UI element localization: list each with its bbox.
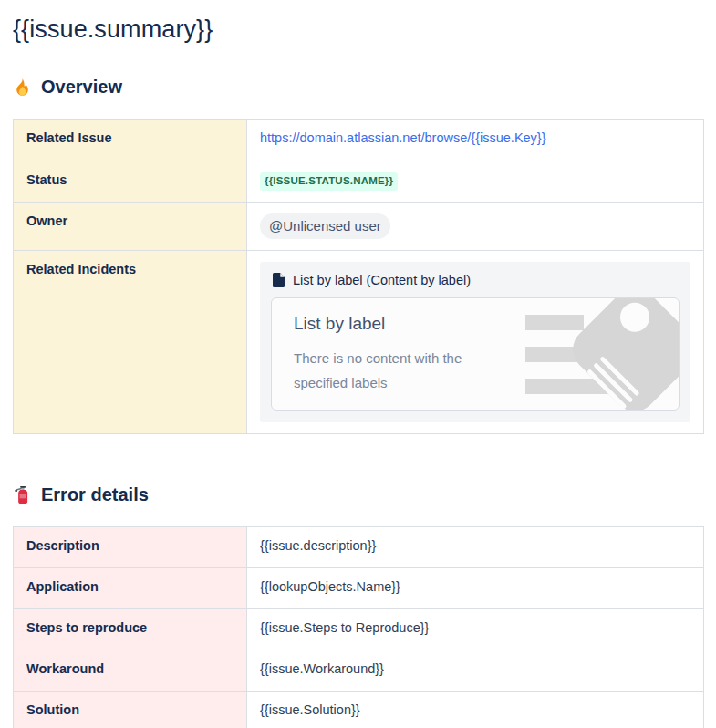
overview-heading: Overview [13,76,704,98]
overview-table: Related Issue https://domain.atlassian.n… [13,119,704,434]
table-row-solution: Solution {{issue.Solution}} [14,692,704,728]
table-row-status: Status {{ISSUE.STATUS.NAME}} [14,161,704,203]
status-badge: {{ISSUE.STATUS.NAME}} [260,172,398,191]
workaround-value: {{issue.Workaround}} [247,650,704,692]
application-label: Application [14,568,247,609]
macro-header-label: List by label (Content by label) [293,273,471,287]
document-icon [273,273,285,287]
fire-icon [13,78,32,97]
table-row-application: Application {{lookupObjects.Name}} [14,568,704,609]
table-row-related-issue: Related Issue https://domain.atlassian.n… [14,120,704,161]
solution-value: {{issue.Solution}} [247,692,704,728]
preview-card-title: List by label [294,314,657,334]
related-incidents-label: Related Incidents [14,251,247,434]
status-label: Status [14,161,247,203]
workaround-label: Workaround [14,650,247,692]
error-details-table: Description {{issue.description}} Applic… [13,526,704,728]
description-value: {{issue.description}} [247,527,704,568]
fire-extinguisher-icon [13,485,32,504]
steps-to-reproduce-value: {{issue.Steps to Reproduce}} [247,609,704,650]
table-row-steps-to-reproduce: Steps to reproduce {{issue.Steps to Repr… [14,609,704,650]
preview-card-message: There is no content with the specified l… [294,346,499,395]
owner-value-cell: @Unlicensed user [247,203,704,251]
error-details-heading: Error details [13,484,704,505]
related-incidents-value-cell: List by label (Content by label) List by… [247,251,704,434]
error-details-heading-label: Error details [41,484,149,505]
related-issue-label: Related Issue [14,120,247,161]
status-value-cell: {{ISSUE.STATUS.NAME}} [247,161,704,203]
owner-label: Owner [14,203,247,251]
table-row-description: Description {{issue.description}} [14,527,704,568]
owner-user-mention[interactable]: @Unlicensed user [260,213,390,239]
table-row-related-incidents: Related Incidents List by label (Content… [14,251,704,434]
application-value: {{lookupObjects.Name}} [247,568,704,609]
page-title: {{issue.summary}} [13,15,704,44]
table-row-owner: Owner @Unlicensed user [14,203,704,251]
macro-header: List by label (Content by label) [273,273,680,287]
related-issue-value-cell: https://domain.atlassian.net/browse/{{is… [247,120,704,161]
list-by-label-preview-card: List by label There is no content with t… [271,297,680,411]
overview-heading-label: Overview [41,76,122,98]
related-issue-link[interactable]: https://domain.atlassian.net/browse/{{is… [260,130,546,145]
table-row-workaround: Workaround {{issue.Workaround}} [14,650,704,692]
content-by-label-macro[interactable]: List by label (Content by label) List by… [260,262,690,422]
description-label: Description [14,527,247,568]
confluence-page-body: {{issue.summary}} Overview Related Issue… [0,0,716,728]
steps-to-reproduce-label: Steps to reproduce [14,609,247,650]
solution-label: Solution [14,692,247,728]
